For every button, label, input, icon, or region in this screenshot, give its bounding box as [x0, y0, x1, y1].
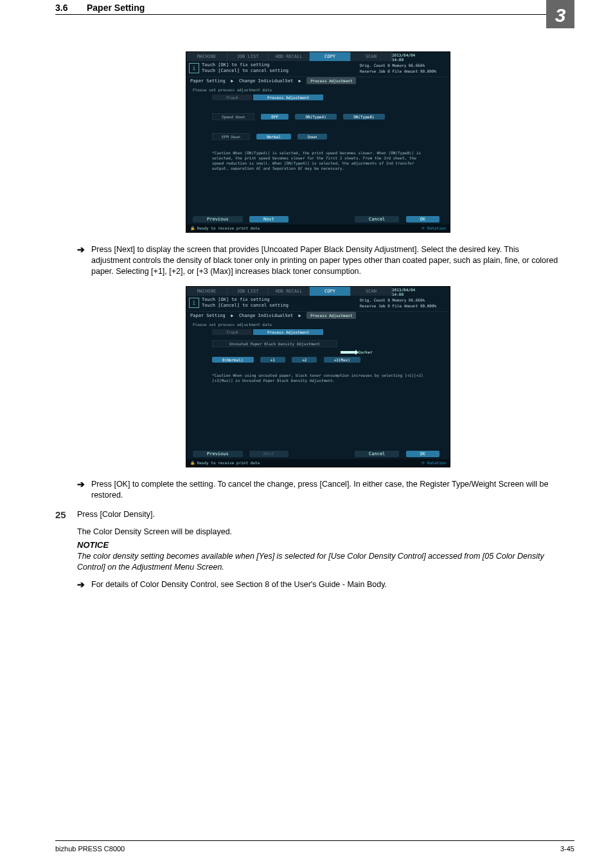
- mini-tab-process[interactable]: Process Adjustment: [253, 329, 323, 335]
- speed-typeb-button[interactable]: ON(TypeB): [343, 114, 385, 120]
- counts-line1: Orig. Count 0 Memory 96.666%: [360, 297, 450, 303]
- top-tab-scan[interactable]: SCAN: [351, 287, 392, 296]
- timestamp: 2013/04/04 14:00: [392, 53, 424, 62]
- step-25-result: The Color Density Screen will be display…: [77, 527, 559, 538]
- caution-text: *Caution When [ON(TypeA)] is selected, t…: [212, 150, 424, 171]
- screenshot-process-adjustment-speed: MACHINE JOB LIST HDD RECALL COPY SCAN 20…: [186, 51, 450, 233]
- info-line2: Touch [Cancel] to cancel setting: [202, 303, 360, 309]
- cancel-button[interactable]: Cancel: [355, 451, 399, 457]
- section-density-label: Uncoated Paper Black Density Adjustment: [212, 340, 337, 347]
- section-number: 3.6: [55, 3, 67, 13]
- top-tab-copy[interactable]: COPY: [310, 287, 351, 296]
- next-button[interactable]: Next: [249, 216, 289, 222]
- speed-off-button[interactable]: OFF: [261, 114, 289, 120]
- rotation-indicator: ⟳ Rotation: [422, 459, 446, 467]
- previous-button[interactable]: Previous: [193, 451, 243, 457]
- caution-text: *Caution When using uncoated paper, blac…: [212, 373, 424, 383]
- density-3-button[interactable]: +3(Max): [324, 357, 360, 363]
- top-tab-joblist[interactable]: JOB LIST: [227, 52, 269, 61]
- ok-button[interactable]: OK: [406, 451, 440, 457]
- counts-line2: Reserve Job 0 File Amount 90.000%: [360, 303, 450, 309]
- speed-typea-button[interactable]: ON(TypeA): [295, 114, 337, 120]
- top-tab-hdd[interactable]: HDD RECALL: [269, 52, 310, 61]
- screenshot-uncoated-black-density: MACHINE JOB LIST HDD RECALL COPY SCAN 20…: [186, 286, 450, 467]
- notice-body: The color density setting becomes availa…: [77, 551, 559, 573]
- efm-down-button[interactable]: Down: [298, 134, 327, 140]
- efm-normal-button[interactable]: Normal: [256, 134, 291, 140]
- mini-tab-tray[interactable]: Tray4: [212, 329, 252, 335]
- info-line2: Touch [Cancel] to cancel setting: [202, 68, 360, 74]
- breadcrumb: Paper Setting ▶ Change IndividualSet ▶ P…: [186, 312, 450, 320]
- density-0-button[interactable]: 0(Normal): [212, 357, 254, 363]
- ok-button[interactable]: OK: [406, 216, 440, 222]
- instruction-ok-cancel: Press [OK] to complete the setting. To c…: [91, 479, 559, 501]
- info-line1: Touch [OK] to fix setting: [202, 297, 360, 303]
- subnote: Please set process adjustment data: [186, 320, 450, 327]
- footer-rule: [55, 840, 574, 841]
- arrow-icon: ➔: [77, 579, 91, 590]
- speed-down-label: Speed Down: [212, 113, 254, 120]
- top-tab-hdd[interactable]: HDD RECALL: [269, 287, 310, 296]
- top-tab-machine[interactable]: MACHINE: [186, 287, 227, 296]
- info-line1: Touch [OK] to fix setting: [202, 62, 360, 68]
- status-bar: 🔒 Ready to receive print data: [186, 224, 450, 232]
- next-button[interactable]: Next: [249, 451, 289, 457]
- footer-page: 3-45: [560, 845, 574, 853]
- timestamp: 2013/04/04 14:00: [392, 287, 424, 296]
- top-tab-scan[interactable]: SCAN: [351, 52, 392, 61]
- mini-tab-tray[interactable]: Tray4: [212, 95, 252, 100]
- chapter-tab: 3: [546, 0, 574, 28]
- arrow-icon: ➔: [77, 244, 91, 277]
- header-rule: [55, 14, 574, 15]
- counts-line2: Reserve Job 0 File Amount 90.000%: [360, 68, 450, 74]
- darker-label: Darker: [359, 350, 373, 354]
- top-tab-joblist[interactable]: JOB LIST: [227, 287, 269, 296]
- density-2-button[interactable]: +2: [292, 357, 317, 363]
- see-also-color-density: For details of Color Density Control, se…: [91, 579, 559, 590]
- subnote: Please set process adjustment data: [186, 86, 450, 92]
- info-icon: i: [189, 63, 199, 73]
- step-number-25: 25: [55, 509, 77, 590]
- previous-button[interactable]: Previous: [193, 216, 243, 222]
- section-title: Paper Setting: [87, 3, 145, 13]
- step-25-action: Press [Color Density].: [77, 509, 559, 520]
- breadcrumb: Paper Setting ▶ Change IndividualSet ▶ P…: [186, 77, 450, 86]
- notice-heading: NOTICE: [77, 540, 559, 550]
- density-1-button[interactable]: +1: [260, 357, 285, 363]
- top-tab-copy[interactable]: COPY: [310, 52, 351, 61]
- cancel-button[interactable]: Cancel: [355, 216, 399, 222]
- footer-product: bizhub PRESS C8000: [55, 845, 125, 853]
- status-bar: 🔒 Ready to receive print data: [186, 459, 450, 467]
- counts-line1: Orig. Count 0 Memory 96.666%: [360, 62, 450, 68]
- mini-tab-process[interactable]: Process Adjustment: [253, 95, 323, 100]
- top-tab-machine[interactable]: MACHINE: [186, 52, 227, 61]
- efm-down-label: EFM Down: [212, 133, 250, 140]
- rotation-indicator: ⟳ Rotation: [422, 224, 446, 232]
- info-icon: i: [189, 298, 199, 308]
- arrow-icon: ➔: [77, 479, 91, 501]
- instruction-next-uncoated: Press [Next] to display the screen that …: [91, 244, 559, 277]
